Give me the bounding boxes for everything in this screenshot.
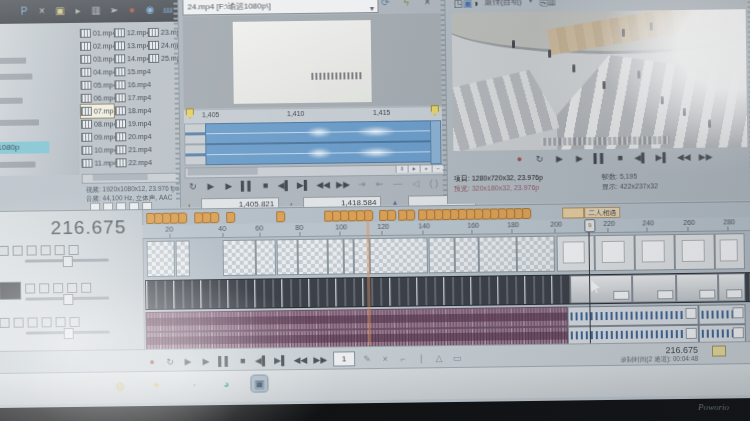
transport-button-icon[interactable]: ▶ <box>553 154 565 164</box>
transport-button-icon[interactable]: ▶ <box>573 153 585 163</box>
transport-button-icon[interactable]: ▶▶ <box>336 179 350 189</box>
media-file-01.mp4[interactable]: 01.mp4 <box>80 26 113 39</box>
media-file-04.mp4[interactable]: 04.mp4 <box>80 65 113 78</box>
close-icon[interactable]: × <box>420 0 434 9</box>
media-file-08.mp4[interactable]: 08.mp4 <box>81 117 114 130</box>
media-file-14.mp4[interactable]: 14.mp4 <box>114 52 147 65</box>
media-file-22.mp4[interactable]: 22.mp4 <box>115 156 148 169</box>
playhead-marker[interactable]: 9 <box>584 219 595 232</box>
video-event[interactable] <box>718 273 745 301</box>
import-icon[interactable]: ▸ <box>71 3 84 16</box>
timeline-tracks[interactable]: 二人相遇 20406080100120140160180200220240260… <box>142 202 750 350</box>
transport-button-icon[interactable]: × <box>379 353 391 363</box>
media-file-02.mp4[interactable]: 02.mp4 <box>80 39 113 52</box>
transport-button-icon[interactable]: ⇤ <box>374 179 386 189</box>
media-file-06.mp4[interactable]: 06.mp4 <box>81 91 114 104</box>
media-file-07.mp4[interactable]: 07.mp4 <box>81 104 114 117</box>
tree-item[interactable] <box>0 119 39 126</box>
audio-event[interactable] <box>699 324 746 343</box>
track-volume-slider[interactable] <box>26 331 110 335</box>
tree-item[interactable] <box>0 98 23 104</box>
transport-button-icon[interactable]: ● <box>146 356 158 366</box>
title-event[interactable] <box>479 236 517 272</box>
transport-button-icon[interactable]: ▶ <box>200 356 212 366</box>
transport-button-icon[interactable]: ■ <box>260 180 272 190</box>
media-file-15.mp4[interactable]: 15.mp4 <box>114 65 147 78</box>
timeline-marker[interactable] <box>178 212 187 223</box>
image-event[interactable] <box>714 233 744 269</box>
transport-button-icon[interactable]: ◀▌ <box>255 355 268 365</box>
media-file-19.mp4[interactable]: 19.mp4 <box>115 117 148 130</box>
image-event[interactable] <box>635 234 675 271</box>
title-event[interactable] <box>223 240 256 276</box>
media-file-21.mp4[interactable]: 21.mp4 <box>115 143 148 156</box>
transport-button-icon[interactable]: ▶▶ <box>313 354 327 364</box>
image-event[interactable] <box>674 234 714 271</box>
taskbar-app1-icon[interactable]: ◍ <box>112 377 128 393</box>
video-event[interactable] <box>570 275 632 304</box>
video-track-1[interactable] <box>143 232 750 278</box>
timeline-marker[interactable] <box>226 212 235 223</box>
transport-button-icon[interactable]: △ <box>433 353 445 363</box>
trimmer-horizontal-scrollbar[interactable]: ‖▸ +− <box>185 164 445 178</box>
timeline-marker[interactable] <box>406 210 415 221</box>
cursor-icon[interactable]: ➢ <box>107 3 120 16</box>
trimmer-file-selector[interactable]: 24.mp4 [F:\谕运1080p\] ▼ <box>182 0 378 16</box>
timeline-marker[interactable] <box>522 208 531 219</box>
tree-item-1080p[interactable]: 1080p <box>0 141 49 154</box>
timeline-marker[interactable] <box>387 210 396 221</box>
media-file-09.mp4[interactable]: 09.mp4 <box>81 130 114 143</box>
transport-button-icon[interactable]: ■ <box>614 153 626 163</box>
transport-button-icon[interactable]: ▭ <box>451 352 463 362</box>
search-icon[interactable]: ◉ <box>143 2 156 15</box>
chevron-down-icon[interactable]: ▼ <box>528 0 534 4</box>
title-event[interactable] <box>147 241 175 277</box>
track-level-slider[interactable] <box>25 297 109 301</box>
transport-button-icon[interactable]: — <box>392 179 404 189</box>
video-event[interactable] <box>676 274 718 303</box>
media-folder-tree[interactable]: 1080p <box>0 23 80 176</box>
transport-button-icon[interactable]: ● <box>513 154 525 164</box>
transport-button-icon[interactable]: ( ) <box>428 178 440 188</box>
timeline-marker[interactable] <box>210 212 219 223</box>
transport-button-icon[interactable]: ■ <box>237 355 249 365</box>
transport-button-icon[interactable]: ✎ <box>361 354 373 364</box>
waveform-right-channel[interactable] <box>205 141 435 165</box>
taskbar-browser-icon[interactable]: ◕ <box>218 376 234 392</box>
trimmer-waveform[interactable] <box>184 120 443 165</box>
new-folder-icon[interactable]: ▣ <box>53 4 66 17</box>
transport-button-icon[interactable]: ◀◀ <box>316 180 330 190</box>
edit-tool-selector[interactable]: 1 <box>333 351 355 366</box>
timeline-marker-label[interactable]: 二人相遇 <box>584 207 620 218</box>
taskbar-app2-icon[interactable]: ✦ <box>148 377 164 393</box>
transport-button-icon[interactable]: ▶▌ <box>656 152 669 162</box>
refresh-icon[interactable]: ⟳ <box>378 0 392 10</box>
transport-button-icon[interactable]: ↻ <box>187 181 199 191</box>
transport-button-icon[interactable]: ▌▌ <box>218 355 231 365</box>
title-event[interactable] <box>176 240 190 276</box>
track-header-audio[interactable] <box>0 316 140 335</box>
transport-button-icon[interactable]: ▶ <box>223 181 235 191</box>
transport-button-icon[interactable]: ◁ <box>410 178 422 188</box>
track-level-slider[interactable] <box>25 259 109 263</box>
taskbar-vegas-icon[interactable]: ▣ <box>251 375 267 391</box>
save-icon[interactable]: ▥ <box>89 3 102 16</box>
trimmer-vertical-scrollbar[interactable] <box>430 120 442 164</box>
tree-item[interactable] <box>0 161 36 167</box>
video-event[interactable] <box>632 274 676 303</box>
transport-button-icon[interactable]: ▶▌ <box>297 180 310 190</box>
transport-button-icon[interactable]: | <box>415 353 427 363</box>
transport-button-icon[interactable]: ◀◀ <box>293 354 307 364</box>
media-file-05.mp4[interactable]: 05.mp4 <box>80 78 113 91</box>
image-event[interactable] <box>595 235 635 272</box>
waveform-left-channel[interactable] <box>205 120 435 144</box>
media-file-17.mp4[interactable]: 17.mp4 <box>115 91 148 104</box>
transport-button-icon[interactable]: ▶ <box>182 356 194 366</box>
paste-icon[interactable]: P <box>17 4 30 17</box>
preview-quality-dropdown[interactable]: 最佳(自动) <box>484 0 521 7</box>
media-file-10.mp4[interactable]: 10.mp4 <box>81 143 114 156</box>
transport-button-icon[interactable]: ⌐ <box>397 353 409 363</box>
video-output-icon[interactable]: ▣ <box>463 0 473 9</box>
tree-item[interactable] <box>0 58 26 64</box>
media-file-13.mp4[interactable]: 13.mp4 <box>114 39 147 52</box>
